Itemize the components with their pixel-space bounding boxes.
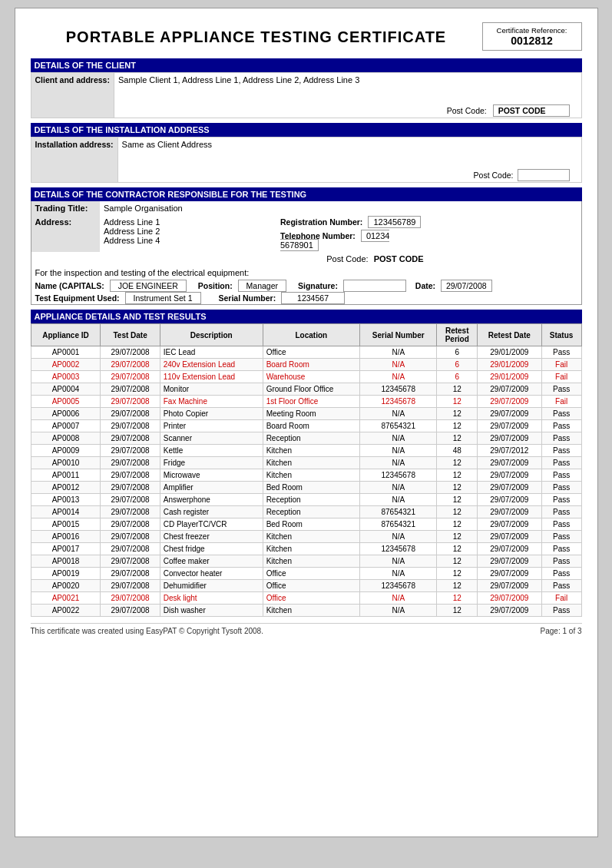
appliance-cell-0: AP0016: [31, 531, 101, 543]
date-value: 29/07/2008: [441, 280, 492, 292]
appliance-cell-4: N/A: [360, 592, 437, 605]
appliance-cell-7: Pass: [541, 383, 581, 396]
serial-label: Serial Number:: [218, 293, 276, 303]
appliance-cell-2: 110v Extension Lead: [160, 371, 263, 383]
contractor-postcode-value: POST CODE: [374, 254, 424, 263]
appliance-cell-2: Cash register: [160, 506, 263, 518]
appliance-cell-2: Answerphone: [160, 494, 263, 506]
appliance-cell-1: 29/07/2008: [101, 482, 160, 494]
appliance-cell-4: N/A: [360, 457, 437, 469]
date-label: Date:: [415, 281, 435, 290]
appliance-cell-3: Reception: [263, 432, 359, 445]
appliance-cell-4: 87654321: [360, 420, 437, 432]
client-section: DETAILS OF THE CLIENT Client and address…: [31, 58, 582, 118]
appliance-cell-3: Office: [263, 592, 359, 605]
appliance-cell-6: 29/07/2009: [477, 543, 541, 555]
contractor-addr3: Address Line 4: [104, 236, 273, 245]
appliance-cell-3: Kitchen: [263, 543, 359, 555]
appliance-cell-1: 29/07/2008: [101, 432, 160, 445]
appliance-cell-5: 12: [437, 396, 477, 408]
appliance-section-header: APPLIANCE DETAILS AND TEST RESULTS: [31, 310, 582, 323]
appliance-cell-1: 29/07/2008: [101, 543, 160, 555]
appliance-row: AP000429/07/2008MonitorGround Floor Offi…: [31, 383, 581, 396]
contractor-postcode-spacer: [31, 252, 100, 266]
appliance-row: AP001429/07/2008Cash registerReception87…: [31, 506, 581, 518]
appliance-cell-2: Fax Machine: [160, 396, 263, 408]
appliance-cell-5: 12: [437, 506, 477, 518]
inspection-text: For the inspection and testing of the el…: [35, 268, 250, 277]
equipment-row: Test Equipment Used: Instrument Set 1 Se…: [31, 292, 581, 305]
appliance-table-body: AP000129/07/2008IEC LeadOfficeN/A629/01/…: [31, 346, 581, 617]
appliance-cell-4: N/A: [360, 531, 437, 543]
appliance-header-row: Appliance ID Test Date Description Locat…: [31, 324, 581, 346]
appliance-cell-2: Photo Copier: [160, 408, 263, 420]
appliance-cell-0: AP0009: [31, 445, 101, 457]
appliance-cell-0: AP0012: [31, 482, 101, 494]
appliance-cell-7: Pass: [541, 445, 581, 457]
appliance-cell-4: 87654321: [360, 506, 437, 518]
contractor-address-label: Address:: [31, 215, 100, 252]
client-label: Client and address:: [31, 73, 114, 118]
appliance-cell-6: 29/07/2009: [477, 432, 541, 445]
appliance-cell-3: Ground Floor Office: [263, 383, 359, 396]
appliance-cell-7: Fail: [541, 592, 581, 605]
appliance-cell-5: 12: [437, 469, 477, 482]
appliance-cell-6: 29/01/2009: [477, 346, 541, 359]
appliance-cell-0: AP0014: [31, 506, 101, 518]
appliance-table-head: Appliance ID Test Date Description Locat…: [31, 324, 581, 346]
trading-value: Sample Organisation: [100, 201, 581, 215]
footer: This certificate was created using EasyP…: [31, 623, 582, 635]
appliance-cell-1: 29/07/2008: [101, 506, 160, 518]
appliance-cell-6: 29/07/2009: [477, 457, 541, 469]
contractor-postcode-row: Post Code: POST CODE: [31, 252, 581, 266]
footer-right: Page: 1 of 3: [541, 627, 582, 635]
appliance-cell-3: Kitchen: [263, 605, 359, 617]
appliance-cell-7: Pass: [541, 506, 581, 518]
appliance-cell-3: Bed Room: [263, 518, 359, 531]
main-title: PORTABLE APPLIANCE TESTING CERTIFICATE: [31, 22, 482, 46]
appliance-cell-2: IEC Lead: [160, 346, 263, 359]
appliance-cell-6: 29/01/2009: [477, 371, 541, 383]
certificate-page: PORTABLE APPLIANCE TESTING CERTIFICATE C…: [15, 8, 598, 837]
appliance-cell-6: 29/07/2009: [477, 555, 541, 568]
appliance-cell-4: 12345678: [360, 383, 437, 396]
appliance-cell-5: 12: [437, 383, 477, 396]
appliance-row: AP000329/07/2008110v Extension LeadWareh…: [31, 371, 581, 383]
appliance-cell-1: 29/07/2008: [101, 555, 160, 568]
appliance-cell-6: 29/07/2009: [477, 580, 541, 592]
client-section-header: DETAILS OF THE CLIENT: [31, 58, 582, 72]
appliance-cell-0: AP0018: [31, 555, 101, 568]
contractor-reg-cell: Registration Number: 123456789 Telephone…: [276, 215, 430, 252]
appliance-table: Appliance ID Test Date Description Locat…: [31, 323, 582, 617]
installation-address: Same as Client Address: [122, 140, 577, 149]
appliance-row: AP001729/07/2008Chest fridgeKitchen12345…: [31, 543, 581, 555]
appliance-cell-0: AP0003: [31, 371, 101, 383]
client-details-table: Client and address: Sample Client 1, Add…: [31, 72, 582, 118]
appliance-row: AP001029/07/2008FridgeKitchenN/A1229/07/…: [31, 457, 581, 469]
appliance-row: AP000129/07/2008IEC LeadOfficeN/A629/01/…: [31, 346, 581, 359]
col-retest-period: RetestPeriod: [437, 324, 477, 346]
appliance-cell-6: 29/07/2009: [477, 383, 541, 396]
name-value: JOE ENGINEER: [110, 280, 187, 292]
appliance-cell-4: 12345678: [360, 396, 437, 408]
appliance-section: APPLIANCE DETAILS AND TEST RESULTS Appli…: [31, 310, 582, 617]
appliance-cell-5: 12: [437, 592, 477, 605]
trading-label: Trading Title:: [31, 201, 100, 215]
appliance-cell-4: 12345678: [360, 580, 437, 592]
cert-ref-box: Certificate Reference: 0012812: [482, 22, 582, 51]
appliance-cell-2: Dehumidifier: [160, 580, 263, 592]
col-serial: Serial Number: [360, 324, 437, 346]
appliance-cell-4: N/A: [360, 605, 437, 617]
appliance-cell-5: 12: [437, 605, 477, 617]
appliance-cell-0: AP0021: [31, 592, 101, 605]
client-address: Sample Client 1, Address Line 1, Address…: [118, 75, 577, 84]
appliance-cell-5: 12: [437, 518, 477, 531]
client-postcode-row: Post Code: POST CODE: [118, 106, 577, 115]
col-retest-date: Retest Date: [477, 324, 541, 346]
appliance-cell-6: 29/07/2009: [477, 408, 541, 420]
appliance-cell-6: 29/07/2009: [477, 518, 541, 531]
contractor-postcode-label: Post Code:: [326, 254, 368, 263]
appliance-row: AP001529/07/2008CD PlayerTC/VCRBed Room8…: [31, 518, 581, 531]
appliance-cell-2: Fridge: [160, 457, 263, 469]
appliance-cell-1: 29/07/2008: [101, 420, 160, 432]
